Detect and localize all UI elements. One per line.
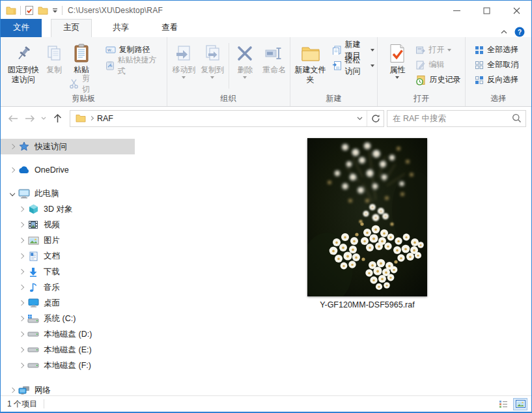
file-item-raf[interactable]: Y-GF120MM-DSF5965.raf bbox=[296, 138, 439, 309]
address-dropdown-icon[interactable] bbox=[352, 111, 367, 126]
chevron-right-icon[interactable] bbox=[19, 253, 25, 259]
refresh-icon[interactable] bbox=[367, 111, 384, 126]
rename-icon bbox=[264, 42, 284, 65]
chevron-right-icon[interactable] bbox=[19, 316, 25, 322]
pin-to-quick-access-button[interactable]: 固定到快速访问 bbox=[5, 40, 42, 85]
sidebar-item-drive-d[interactable]: 本地磁盘 (D:) bbox=[1, 326, 135, 342]
sidebar-item-downloads[interactable]: 下载 bbox=[1, 264, 135, 279]
move-to-button[interactable]: 移动到 bbox=[170, 40, 199, 79]
sidebar-item-desktop[interactable]: 桌面 bbox=[1, 295, 135, 311]
new-folder-quick-icon[interactable] bbox=[38, 6, 48, 15]
select-none-label: 全部取消 bbox=[487, 59, 518, 70]
ribbon-tabs: 文件 主页 共享 查看 ? bbox=[1, 20, 531, 37]
chevron-right-icon[interactable] bbox=[19, 238, 25, 244]
up-button[interactable] bbox=[49, 110, 66, 127]
select-none-button[interactable]: 全部取消 bbox=[472, 58, 521, 72]
sidebar-item-drive-f[interactable]: 本地磁盘 (F:) bbox=[1, 358, 135, 373]
sidebar-item-onedrive[interactable]: OneDrive bbox=[1, 162, 135, 178]
search-box[interactable] bbox=[387, 110, 526, 127]
file-list[interactable]: Y-GF120MM-DSF5965.raf bbox=[135, 130, 531, 395]
chevron-right-icon[interactable] bbox=[19, 300, 25, 306]
file-name[interactable]: Y-GF120MM-DSF5965.raf bbox=[296, 300, 439, 309]
sidebar-item-network[interactable]: 网络 bbox=[1, 382, 135, 395]
sidebar-item-music[interactable]: 音乐 bbox=[1, 279, 135, 295]
tab-home[interactable]: 主页 bbox=[51, 19, 92, 37]
address-row: RAF bbox=[1, 107, 531, 130]
chevron-right-icon[interactable] bbox=[19, 363, 25, 369]
large-icons-view-button[interactable] bbox=[513, 398, 527, 410]
chevron-down-icon[interactable] bbox=[10, 191, 16, 197]
sidebar-item-label: OneDrive bbox=[35, 165, 69, 175]
sidebar-item-label: 网络 bbox=[35, 385, 51, 396]
address-bar[interactable]: RAF bbox=[70, 110, 384, 127]
copy-path-label: 复制路径 bbox=[119, 44, 150, 55]
chevron-right-icon[interactable] bbox=[19, 269, 25, 275]
history-button[interactable]: 历史记录 bbox=[413, 73, 463, 87]
chevron-right-icon[interactable] bbox=[19, 347, 25, 353]
chevron-right-icon[interactable] bbox=[10, 167, 16, 173]
edit-button[interactable]: 编辑 bbox=[413, 58, 463, 72]
search-icon[interactable] bbox=[512, 113, 522, 123]
cut-button[interactable]: 剪切 bbox=[66, 77, 100, 91]
back-button[interactable] bbox=[5, 110, 21, 127]
group-label-open: 打开 bbox=[378, 93, 465, 104]
breadcrumb-folder[interactable]: RAF bbox=[97, 114, 113, 123]
paste-shortcut-button[interactable]: 粘贴快捷方式 bbox=[103, 59, 167, 72]
collapse-ribbon-icon[interactable] bbox=[500, 29, 508, 35]
breadcrumb-chevron-icon bbox=[89, 116, 94, 121]
minimize-button[interactable] bbox=[441, 1, 471, 20]
chevron-right-icon[interactable] bbox=[19, 332, 25, 337]
easy-access-button[interactable]: 轻松访问 bbox=[329, 59, 378, 72]
paste-button[interactable]: 粘贴 bbox=[66, 40, 96, 75]
paste-icon bbox=[73, 42, 90, 65]
chevron-right-icon[interactable] bbox=[19, 206, 25, 212]
maximize-button[interactable] bbox=[471, 1, 501, 20]
sidebar-item-this-pc[interactable]: 此电脑 bbox=[1, 186, 135, 201]
sidebar-item-drive-c[interactable]: 系统 (C:) bbox=[1, 311, 135, 326]
delete-button[interactable]: 删除 bbox=[231, 40, 259, 79]
customize-qat-dropdown-icon[interactable] bbox=[52, 8, 58, 13]
easy-access-label: 轻松访问 bbox=[345, 55, 368, 77]
new-folder-button[interactable]: 新建文件夹 bbox=[294, 40, 327, 85]
properties-quick-icon[interactable] bbox=[25, 5, 34, 16]
copy-to-label: 复制到 bbox=[201, 65, 224, 75]
rename-button[interactable]: 重命名 bbox=[259, 40, 290, 75]
invert-selection-icon bbox=[475, 76, 484, 85]
sidebar-item-label: 3D 对象 bbox=[44, 204, 72, 215]
chevron-right-icon[interactable] bbox=[19, 285, 25, 291]
file-thumbnail-flowers[interactable] bbox=[307, 138, 427, 296]
open-button[interactable]: 打开 bbox=[413, 43, 463, 57]
select-all-button[interactable]: 全部选择 bbox=[472, 43, 521, 57]
copy-button[interactable]: 复制 bbox=[42, 40, 66, 75]
open-icon bbox=[415, 45, 425, 55]
chevron-right-icon[interactable] bbox=[10, 144, 16, 150]
ribbon-group-new: 新建文件夹 新建项目 轻松访问 bbox=[290, 37, 378, 106]
details-view-button[interactable] bbox=[496, 398, 511, 410]
forward-button[interactable] bbox=[21, 110, 38, 127]
sidebar-item-quick-access[interactable]: 快速访问 bbox=[1, 139, 135, 154]
recent-locations-dropdown-icon[interactable] bbox=[38, 110, 49, 127]
copy-to-button[interactable]: 复制到 bbox=[198, 40, 227, 79]
help-icon[interactable]: ? bbox=[514, 27, 525, 37]
sidebar-item-pictures[interactable]: 图片 bbox=[1, 233, 135, 248]
chevron-right-icon[interactable] bbox=[10, 388, 16, 393]
chevron-right-icon[interactable] bbox=[19, 222, 25, 228]
paste-shortcut-label: 粘贴快捷方式 bbox=[118, 55, 164, 77]
tab-file[interactable]: 文件 bbox=[1, 19, 42, 37]
tab-view[interactable]: 查看 bbox=[150, 19, 189, 37]
invert-selection-button[interactable]: 反向选择 bbox=[472, 73, 521, 87]
dropdown-arrow-icon bbox=[395, 76, 399, 79]
sidebar-item-label: 本地磁盘 (E:) bbox=[44, 345, 92, 356]
divider bbox=[229, 43, 229, 89]
sidebar-item-videos[interactable]: 视频 bbox=[1, 217, 135, 233]
properties-button[interactable]: 属性 bbox=[383, 40, 412, 79]
copy-label: 复制 bbox=[46, 65, 62, 75]
sidebar-item-drive-e[interactable]: 本地磁盘 (E:) bbox=[1, 342, 135, 358]
select-all-icon bbox=[475, 46, 484, 55]
sidebar-item-3d-objects[interactable]: 3D 对象 bbox=[1, 201, 135, 217]
search-input[interactable] bbox=[393, 114, 512, 123]
sidebar-item-documents[interactable]: 文档 bbox=[1, 248, 135, 264]
move-to-icon bbox=[175, 42, 193, 65]
close-button[interactable] bbox=[501, 1, 531, 20]
tab-share[interactable]: 共享 bbox=[101, 19, 141, 37]
